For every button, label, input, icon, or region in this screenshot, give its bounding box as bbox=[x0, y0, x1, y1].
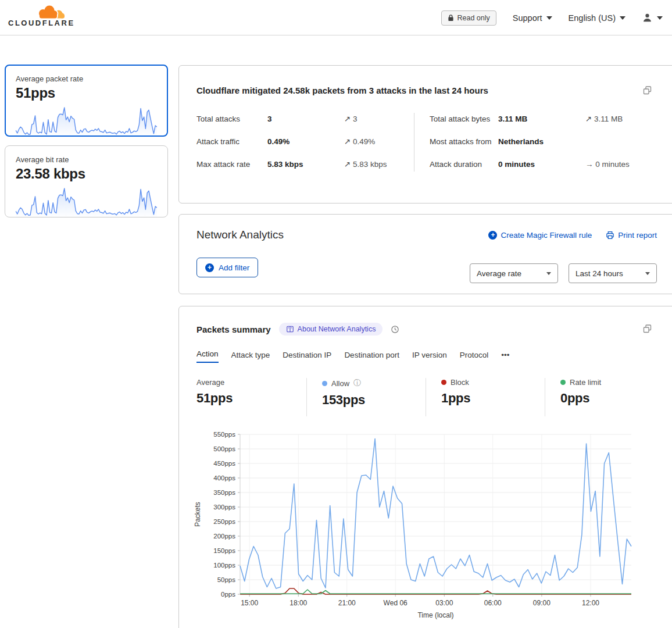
user-icon bbox=[642, 12, 653, 23]
stat-trend: ↗ 3 bbox=[344, 113, 414, 126]
book-icon bbox=[286, 325, 294, 333]
svg-text:50pps: 50pps bbox=[217, 576, 236, 583]
summary-stats-left: Total attacks 3 ↗ 3Attack traffic 0.49% … bbox=[196, 113, 414, 172]
plus-circle-icon: + bbox=[488, 231, 497, 240]
chevron-down-icon bbox=[546, 16, 552, 20]
legend-dot bbox=[322, 381, 327, 386]
tab-destination-ip[interactable]: Destination IP bbox=[283, 351, 331, 363]
legend-dot bbox=[441, 380, 446, 385]
svg-text:06:00: 06:00 bbox=[484, 599, 502, 607]
stat-trend: → 0 minutes bbox=[585, 158, 667, 172]
tab-attack-type[interactable]: Attack type bbox=[231, 351, 270, 363]
svg-text:350pps: 350pps bbox=[213, 489, 235, 496]
packet-stat-rate-limit: Rate limit 0pps bbox=[545, 378, 664, 416]
svg-text:Wed 06: Wed 06 bbox=[384, 599, 408, 607]
network-analytics-card: Network Analytics + Create Magic Firewal… bbox=[178, 214, 672, 294]
support-menu[interactable]: Support bbox=[513, 13, 552, 23]
packet-stat-allow: Allowⓘ 153pps bbox=[306, 378, 426, 416]
metric-card-packet-rate[interactable]: Average packet rate 51pps bbox=[5, 65, 168, 137]
account-menu[interactable] bbox=[642, 12, 663, 23]
language-menu[interactable]: English (US) bbox=[569, 13, 625, 23]
time-range-select[interactable]: Last 24 hours bbox=[569, 263, 657, 283]
svg-text:09:00: 09:00 bbox=[533, 599, 551, 607]
copy-icon[interactable] bbox=[642, 85, 652, 98]
svg-text:200pps: 200pps bbox=[213, 533, 235, 540]
legend-dot bbox=[560, 380, 566, 385]
attack-summary-card: Cloudflare mitigated 24.58k packets from… bbox=[178, 65, 672, 204]
chevron-down-icon bbox=[620, 16, 625, 20]
stat-label: Total attacks bbox=[196, 113, 267, 126]
svg-text:300pps: 300pps bbox=[213, 504, 235, 511]
sparkline-chart bbox=[16, 185, 157, 218]
stat-label: Max attack rate bbox=[196, 158, 267, 172]
logo-wordmark: CLOUDFLARE bbox=[8, 19, 78, 27]
stat-label: Attack traffic bbox=[196, 135, 267, 149]
info-icon[interactable]: ⓘ bbox=[353, 378, 361, 388]
metric-card-column: Average packet rate 51pps Average bit ra… bbox=[5, 65, 168, 226]
chevron-down-icon bbox=[645, 272, 650, 275]
packets-chart: 0pps50pps100pps150pps200pps250pps300pps3… bbox=[191, 429, 641, 623]
lock-icon bbox=[448, 14, 454, 22]
stat-trend: ↗ 0.49% bbox=[344, 135, 414, 149]
svg-text:0pps: 0pps bbox=[221, 591, 235, 598]
summary-title: Cloudflare mitigated 24.58k packets from… bbox=[196, 85, 667, 95]
metric-card-label: Average packet rate bbox=[16, 74, 157, 83]
stat-trend: ↗ 5.83 kbps bbox=[344, 158, 414, 172]
print-report-link[interactable]: Print report bbox=[606, 231, 657, 240]
svg-text:100pps: 100pps bbox=[213, 562, 235, 569]
sparkline-chart bbox=[16, 105, 157, 137]
cloudflare-cloud-icon bbox=[35, 3, 66, 20]
about-network-analytics-badge[interactable]: About Network Analytics bbox=[279, 323, 383, 336]
stat-trend bbox=[585, 135, 667, 149]
add-filter-button[interactable]: + Add filter bbox=[196, 258, 258, 277]
packets-stats-row: Average 51pps Allowⓘ 153pps Block 1pps R… bbox=[196, 378, 667, 416]
svg-text:Time (local): Time (local) bbox=[417, 611, 453, 619]
svg-text:Packets: Packets bbox=[194, 502, 202, 527]
stat-label: Total attack bytes bbox=[430, 113, 498, 126]
tab-action[interactable]: Action bbox=[196, 349, 219, 363]
packet-stat-block: Block 1pps bbox=[426, 378, 545, 416]
svg-text:18:00: 18:00 bbox=[289, 599, 307, 607]
cloudflare-dashboard: CLOUDFLARE Read only Support English (US… bbox=[0, 0, 672, 628]
packets-summary-title: Packets summary bbox=[196, 324, 271, 334]
svg-text:150pps: 150pps bbox=[213, 547, 235, 554]
metric-card-value: 51pps bbox=[16, 85, 157, 101]
svg-text:15:00: 15:00 bbox=[241, 599, 258, 607]
metric-card-label: Average bit rate bbox=[16, 155, 157, 164]
packets-tabs: ActionAttack typeDestination IPDestinati… bbox=[196, 349, 667, 363]
svg-text:450pps: 450pps bbox=[213, 460, 235, 467]
tab-ip-version[interactable]: IP version bbox=[412, 351, 447, 363]
create-magic-firewall-rule-link[interactable]: + Create Magic Firewall rule bbox=[488, 231, 592, 240]
svg-text:500pps: 500pps bbox=[213, 445, 235, 452]
clock-icon[interactable] bbox=[391, 325, 399, 334]
packet-stat-average: Average 51pps bbox=[196, 378, 306, 416]
stat-value: Netherlands bbox=[498, 135, 585, 149]
stat-label: Attack duration bbox=[430, 158, 498, 172]
stat-trend: ↗ 3.11 MB bbox=[585, 113, 667, 126]
printer-icon bbox=[606, 231, 614, 240]
stat-value: 5.83 kbps bbox=[267, 158, 344, 172]
tab-destination-port[interactable]: Destination port bbox=[344, 351, 399, 363]
svg-text:250pps: 250pps bbox=[213, 518, 235, 525]
tab--[interactable]: ••• bbox=[501, 351, 509, 363]
stat-value: 0 minutes bbox=[498, 158, 585, 172]
svg-text:550pps: 550pps bbox=[213, 431, 235, 438]
top-header: CLOUDFLARE Read only Support English (US… bbox=[0, 0, 672, 35]
chevron-down-icon bbox=[657, 16, 663, 20]
tab-protocol[interactable]: Protocol bbox=[460, 351, 489, 363]
svg-text:03:00: 03:00 bbox=[435, 599, 453, 607]
svg-text:21:00: 21:00 bbox=[338, 599, 356, 607]
packets-summary-card: Packets summary About Network Analytics … bbox=[178, 306, 672, 628]
chevron-down-icon bbox=[546, 272, 551, 275]
stat-value: 0.49% bbox=[267, 135, 344, 149]
metric-select[interactable]: Average rate bbox=[470, 263, 558, 283]
cloudflare-logo[interactable]: CLOUDFLARE bbox=[8, 3, 78, 27]
stat-label: Most attacks from bbox=[430, 135, 498, 149]
metric-card-bit-rate[interactable]: Average bit rate 23.58 kbps bbox=[5, 145, 168, 217]
stat-value: 3 bbox=[267, 113, 344, 126]
svg-text:12:00: 12:00 bbox=[582, 599, 599, 607]
metric-card-value: 23.58 kbps bbox=[16, 166, 157, 182]
svg-text:400pps: 400pps bbox=[213, 474, 235, 481]
copy-icon[interactable] bbox=[642, 324, 652, 336]
stat-value: 3.11 MB bbox=[498, 113, 585, 126]
